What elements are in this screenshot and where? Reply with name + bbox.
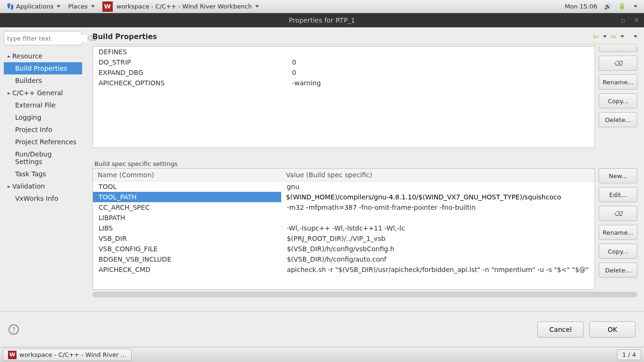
workspace-pager[interactable]: 1 / 4: [617, 349, 641, 360]
copy-button[interactable]: Copy...: [599, 244, 637, 259]
table-row[interactable]: TOOL_PATH: [93, 192, 594, 202]
sidebar-item-logging[interactable]: Logging: [4, 111, 82, 123]
rename-button[interactable]: Rename...: [599, 74, 637, 90]
copy-button[interactable]: Copy...: [599, 93, 637, 108]
group-label: Build spec specific settings: [94, 160, 637, 167]
cell-name: CC_ARCH_SPEC: [93, 202, 281, 213]
table-row[interactable]: VSB_CONFIG_FILE$(VSB_DIR)/h/config/vsbCo…: [93, 244, 594, 254]
view-menu-icon[interactable]: [634, 35, 637, 38]
sidebar-item-label: Run/Debug Settings: [15, 150, 80, 165]
sidebar-item-c-c-general[interactable]: ▸C/C++ General: [4, 87, 82, 99]
table-row[interactable]: DEFINES: [93, 47, 594, 57]
sidebar-item-label: C/C++ General: [12, 89, 63, 97]
cell-name: EXPAND_DBG: [93, 67, 286, 78]
column-header-name[interactable]: Name (Common): [93, 169, 281, 181]
filter-input[interactable]: [7, 35, 87, 42]
nav-back-icon[interactable]: ⇦: [592, 32, 600, 41]
cancel-button[interactable]: Cancel: [537, 321, 584, 337]
sidebar-item-vxworks-info[interactable]: VxWorks Info: [4, 192, 82, 205]
table-row[interactable]: APICHECK_OPTIONS-warning: [93, 78, 594, 88]
maximize-icon[interactable]: ▫: [621, 16, 626, 24]
disclosure-arrow-icon: ▸: [6, 183, 12, 189]
sidebar-item-label: External File: [15, 101, 56, 109]
cell-name: VSB_CONFIG_FILE: [93, 244, 281, 254]
cell-name: LIBPATH: [93, 213, 281, 223]
workbench-icon: W: [8, 351, 17, 359]
horizontal-scrollbar[interactable]: [92, 292, 637, 297]
eraser-button[interactable]: ⌫: [599, 206, 637, 221]
sidebar-item-label: Project References: [15, 138, 76, 146]
cell-name: DEFINES: [93, 47, 286, 57]
cell-value[interactable]: [281, 192, 594, 202]
upper-button-column: Edit... ⌫ Rename... Copy... Delete...: [599, 46, 637, 148]
chevron-down-icon[interactable]: [620, 35, 624, 38]
table-row[interactable]: DO_STRIP0: [93, 57, 594, 67]
delete-button[interactable]: Delete...: [599, 112, 637, 127]
help-icon[interactable]: ?: [8, 324, 19, 335]
table-row[interactable]: EXPAND_DBG0: [93, 67, 594, 78]
applications-menu[interactable]: 👣 Applications: [3, 0, 64, 13]
gnome-taskbar: W workspace - C/C++ - Wind River ... 1 /…: [0, 347, 644, 362]
applications-label: Applications: [16, 3, 53, 10]
sidebar-item-label: VxWorks Info: [15, 195, 59, 202]
sidebar-item-project-info[interactable]: Project Info: [4, 123, 82, 136]
cell-value: gnu: [281, 181, 594, 192]
edit-button-partial[interactable]: Edit...: [599, 46, 637, 52]
nav-forward-icon[interactable]: ⇨: [610, 32, 618, 41]
table-row[interactable]: LIBS -Wl,-lsupc++ -Wl,-lstdc++11 -Wl,-lc: [93, 223, 594, 233]
cell-name: TOOL: [93, 181, 281, 192]
chevron-down-icon[interactable]: [603, 35, 607, 38]
table-row[interactable]: APICHECK_CMDapicheck.sh -r "$(VSB_DIR)/u…: [93, 264, 594, 275]
sidebar-item-builders[interactable]: Builders: [4, 74, 82, 87]
sidebar-item-project-references[interactable]: Project References: [4, 136, 82, 148]
cell-value: -Wl,-lsupc++ -Wl,-lstdc++11 -Wl,-lc: [281, 223, 594, 233]
table-row[interactable]: TOOLgnu: [93, 181, 594, 192]
column-header-value[interactable]: Value (Build spec specific): [281, 169, 594, 181]
rename-button[interactable]: Rename...: [599, 225, 637, 240]
table-row[interactable]: BDGEN_VSB_INCLUDE$(VSB_DIR)/h/config/aut…: [93, 254, 594, 264]
close-icon[interactable]: ✕: [634, 16, 639, 24]
eraser-button[interactable]: ⌫: [599, 56, 637, 71]
app-title-button[interactable]: W workspace - C/C++ - Wind River Workben…: [99, 0, 263, 13]
sidebar-item-label: Resource: [12, 52, 42, 60]
sidebar-item-label: Build Properties: [15, 65, 67, 72]
disclosure-arrow-icon: ▸: [6, 53, 12, 59]
table-row[interactable]: VSB_DIR$(PRJ_ROOT_DIR)/../VIP_1_vsb: [93, 233, 594, 244]
content-pane: Build Properties ⇦ ⇨ DEFINESDO_STRIP0EXP…: [86, 27, 644, 311]
places-label: Places: [68, 3, 87, 10]
gnome-top-bar: 👣 Applications Places W workspace - C/C+…: [0, 0, 644, 13]
cell-value: $(PRJ_ROOT_DIR)/../VIP_1_vsb: [281, 233, 594, 244]
sidebar-item-validation[interactable]: ▸Validation: [4, 180, 82, 192]
table-row[interactable]: LIBPATH: [93, 213, 594, 223]
table-row[interactable]: CC_ARCH_SPEC-m32 -mfpmath=387 -fno-omit-…: [93, 202, 594, 213]
cell-value: -m32 -mfpmath=387 -fno-omit-frame-pointe…: [281, 202, 594, 213]
sidebar-item-build-properties[interactable]: Build Properties: [4, 62, 82, 74]
sidebar-item-run-debug-settings[interactable]: Run/Debug Settings: [4, 148, 82, 168]
cell-value: 0: [286, 57, 594, 67]
page-title: Build Properties: [92, 33, 157, 41]
clock-label: Mon 15:06: [565, 3, 597, 10]
sidebar-item-task-tags[interactable]: Task Tags: [4, 168, 82, 180]
chevron-down-icon: [91, 5, 95, 8]
sidebar-item-external-file[interactable]: External File: [4, 99, 82, 111]
workbench-icon: W: [102, 1, 113, 12]
new-button[interactable]: New...: [599, 168, 637, 183]
cell-name: APICHECK_CMD: [93, 264, 281, 275]
delete-button[interactable]: Delete...: [599, 263, 637, 278]
chevron-down-icon[interactable]: [634, 5, 637, 8]
foot-icon: 👣: [7, 3, 14, 10]
battery-icon[interactable]: 🔋: [618, 3, 626, 10]
window-title: Properties for RTP_1: [289, 16, 355, 24]
value-edit-input[interactable]: [284, 193, 592, 201]
eraser-icon: ⌫: [614, 210, 622, 217]
sidebar-item-resource[interactable]: ▸Resource: [4, 50, 82, 62]
ok-button[interactable]: OK: [589, 321, 636, 337]
lower-table[interactable]: Name (Common) Value (Build spec specific…: [92, 168, 595, 290]
volume-icon[interactable]: 🔊: [604, 3, 611, 10]
sidebar-item-label: Validation: [12, 182, 45, 190]
edit-button[interactable]: Edit...: [599, 187, 637, 202]
taskbar-window-button[interactable]: W workspace - C/C++ - Wind River ...: [3, 349, 132, 361]
places-menu[interactable]: Places: [64, 0, 98, 13]
eraser-icon: ⌫: [614, 60, 622, 67]
upper-table[interactable]: DEFINESDO_STRIP0EXPAND_DBG0APICHECK_OPTI…: [92, 46, 595, 148]
